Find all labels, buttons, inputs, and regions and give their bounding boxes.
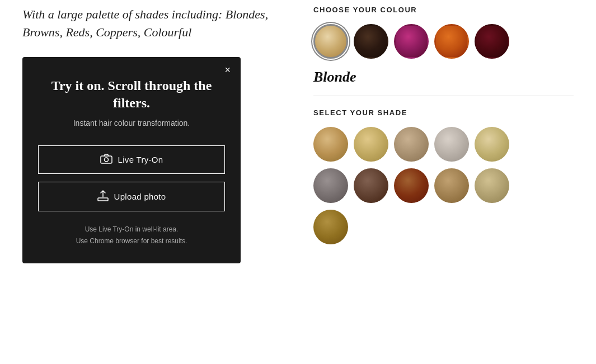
modal-title: Try it on. Scroll through the filters.: [38, 77, 225, 112]
shade-7[interactable]: [354, 168, 388, 203]
colour-swatches: [313, 24, 574, 59]
intro-text: With a large palette of shades including…: [22, 6, 269, 41]
swatch-red[interactable]: [394, 24, 429, 59]
svg-rect-0: [101, 156, 112, 163]
choose-colour-label: CHOOSE YOUR COLOUR: [313, 6, 574, 14]
shade-4[interactable]: [434, 127, 469, 162]
shade-8[interactable]: [394, 168, 429, 203]
live-try-on-label: Live Try-On: [118, 155, 163, 164]
svg-point-1: [104, 158, 108, 162]
swatch-copper[interactable]: [434, 24, 469, 59]
shade-5[interactable]: [475, 127, 509, 162]
upload-photo-button[interactable]: Upload photo: [38, 182, 225, 211]
modal-hint: Use Live Try-On in well-lit area. Use Ch…: [38, 224, 225, 247]
shade-swatches: [313, 127, 574, 244]
modal-close-button[interactable]: ×: [224, 65, 231, 75]
modal-subtitle: Instant hair colour transformation.: [38, 119, 225, 127]
shade-1[interactable]: [313, 127, 348, 162]
svg-rect-2: [98, 198, 108, 201]
shade-2[interactable]: [354, 127, 388, 162]
divider: [313, 96, 574, 96]
modal-hint-line2: Use Chrome browser for best results.: [76, 237, 187, 245]
swatch-darkred[interactable]: [475, 24, 509, 59]
shade-3[interactable]: [394, 127, 429, 162]
upload-icon: [97, 190, 109, 203]
shade-6[interactable]: [313, 168, 348, 203]
select-shade-label: SELECT YOUR SHADE: [313, 108, 574, 117]
upload-photo-label: Upload photo: [114, 192, 166, 201]
left-column: With a large palette of shades including…: [22, 0, 291, 364]
selected-colour-name: Blonde: [313, 69, 574, 86]
shade-11[interactable]: [313, 210, 348, 244]
modal-hint-line1: Use Live Try-On in well-lit area.: [85, 225, 179, 233]
shade-10[interactable]: [475, 168, 509, 203]
swatch-blonde[interactable]: [313, 24, 348, 59]
camera-icon: [100, 154, 112, 166]
right-column: CHOOSE YOUR COLOUR Blonde SELECT YOUR SH…: [313, 0, 574, 364]
shade-9[interactable]: [434, 168, 469, 203]
live-try-on-button[interactable]: Live Try-On: [38, 145, 225, 174]
modal-panel: × Try it on. Scroll through the filters.…: [22, 57, 241, 263]
swatch-brown[interactable]: [354, 24, 388, 59]
